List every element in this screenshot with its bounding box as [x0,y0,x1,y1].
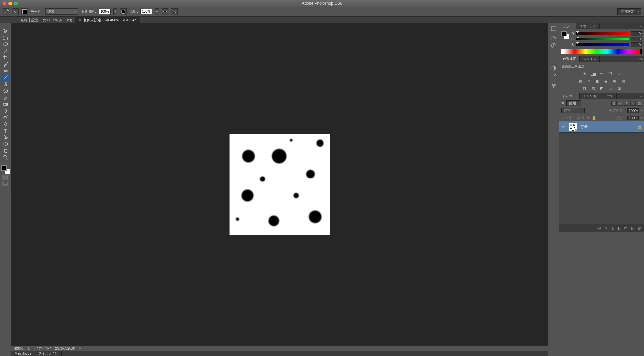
mini-bridge-tab[interactable]: Mini Bridge [11,351,35,356]
crop-tool[interactable] [1,54,10,61]
histogram-icon[interactable] [549,33,558,41]
lock-trans-icon[interactable]: ▦ [576,116,580,120]
marquee-tool[interactable] [1,35,10,41]
eyedropper-tool[interactable] [1,61,10,68]
filter-pixel-icon[interactable]: ▦ [611,101,617,106]
lock-paint-icon[interactable]: ✎ [582,116,585,120]
eraser-tool[interactable] [1,94,10,101]
move-tool[interactable] [1,28,10,35]
blur-tool[interactable] [1,107,10,114]
adjustments-tab[interactable]: 色調補正 [559,56,580,62]
close-tab-icon[interactable]: × [17,18,18,22]
lasso-tool[interactable] [1,41,10,48]
b-value[interactable]: 0 [631,42,642,47]
lookup-icon[interactable]: ▤ [620,78,627,84]
path-select-tool[interactable] [1,134,10,141]
zoom-level[interactable]: 400% [14,346,23,350]
r-slider[interactable] [576,32,629,35]
paths-tab[interactable]: パス [603,93,617,99]
brush-panel-button[interactable] [21,8,28,15]
workspace-select[interactable]: 初期設定 [617,8,641,15]
levels-icon[interactable]: ▂▅ [590,71,597,77]
tool-preset-button[interactable] [3,8,9,15]
link-layers-icon[interactable]: ⊘ [598,226,601,230]
curves-icon[interactable]: ⤳ [598,71,605,77]
minimize-window-button[interactable] [8,2,12,5]
filter-shape-icon[interactable]: ▱ [630,101,636,106]
lock-all-icon[interactable]: 🔒 [592,116,596,120]
canvas[interactable] [229,134,330,235]
info-icon[interactable]: i [549,42,558,50]
layer-fx-icon[interactable]: fx [604,226,607,230]
layers-panel-menu[interactable]: ▾≡ [638,93,644,99]
document-tab-1[interactable]: ×名称未設定 1 @ 66.7% (RGB/8) [13,17,76,23]
layer-item-background[interactable]: 👁 背景 🔒 [559,121,644,133]
history-brush-tool[interactable] [1,88,10,94]
lock-pos-icon[interactable]: ✥ [587,116,590,120]
mixer-icon[interactable]: ⊞ [611,78,618,84]
dodge-tool[interactable] [1,114,10,121]
filter-type-icon[interactable]: T [624,101,629,106]
pressure-size-button[interactable] [171,8,178,15]
pressure-opacity-button[interactable] [120,8,127,15]
group-icon[interactable]: 🗀 [624,226,628,230]
toolbox-grip[interactable]: ┈ [1,24,10,28]
g-value[interactable]: 0 [631,37,642,41]
color-spectrum[interactable] [561,49,642,54]
color-swatch[interactable] [561,31,569,39]
airbrush-button[interactable] [162,8,168,15]
presets-icon[interactable] [549,82,558,90]
brush-preset-button[interactable]: •▾ [12,8,19,15]
bw-icon[interactable]: ◧ [594,78,601,84]
close-window-button[interactable] [3,2,6,5]
gradient-tool[interactable] [1,101,10,107]
styles-tab[interactable]: スタイル [580,56,600,62]
fill-value[interactable]: 100% [627,116,639,120]
hue-icon[interactable]: ▦ [577,78,584,84]
status-menu-icon[interactable]: ▸ [79,346,81,350]
flow-input[interactable]: 100% [140,9,152,14]
color-panel-menu[interactable]: ▾≡ [638,23,644,29]
type-tool[interactable] [1,127,10,134]
close-tab-icon[interactable]: × [79,18,81,22]
selective-icon[interactable]: ◪ [616,85,622,91]
opacity-dropdown[interactable]: ▾ [113,8,117,15]
vibrance-icon[interactable]: ▽ [616,71,622,77]
invert-icon[interactable]: ◨ [581,85,588,91]
filter-smart-icon[interactable]: ◫ [637,101,642,106]
brush-tool[interactable] [1,74,10,81]
brushes-icon[interactable] [549,73,558,81]
adjustments-icon[interactable] [549,64,558,72]
quick-mask-button[interactable] [2,175,9,180]
layer-name[interactable]: 背景 [580,124,587,129]
swatches-tab[interactable]: スウォッチ [576,23,600,29]
canvas-area[interactable] [11,23,548,345]
hand-tool[interactable] [1,147,10,154]
timeline-tab[interactable]: タイムライン [35,351,62,356]
zoom-window-button[interactable] [14,2,18,5]
adjustments-panel-menu[interactable]: ▾≡ [638,56,644,62]
filter-kind-select[interactable]: 種類▾ [566,100,581,106]
brightness-icon[interactable]: ☀ [581,71,588,77]
screen-mode-button[interactable] [2,181,9,186]
layers-tab[interactable]: レイヤー [559,93,580,99]
posterize-icon[interactable]: ▨ [590,85,597,91]
threshold-icon[interactable]: ◩ [598,85,605,91]
layer-opacity-value[interactable]: 100% [627,108,639,113]
b-slider[interactable] [576,43,629,46]
zoom-tool[interactable] [1,154,10,161]
new-layer-icon[interactable]: ◰ [631,226,634,230]
g-slider[interactable] [576,37,629,41]
r-value[interactable]: 0 [631,31,642,36]
layer-mask-icon[interactable]: ◫ [611,226,614,230]
blend-mode-select[interactable]: 通常▾ [45,8,78,15]
color-tab[interactable]: カラー [559,23,576,29]
gradient-map-icon[interactable]: ▭ [607,85,614,91]
shape-tool[interactable] [1,141,10,147]
delete-layer-icon[interactable]: 🗑 [638,226,641,230]
photo-filter-icon[interactable]: ◉ [603,78,609,84]
balance-icon[interactable]: ⚖ [586,78,592,84]
pen-tool[interactable] [1,121,10,127]
filter-adjust-icon[interactable]: ◐ [618,101,623,106]
healing-brush-tool[interactable] [1,68,10,74]
